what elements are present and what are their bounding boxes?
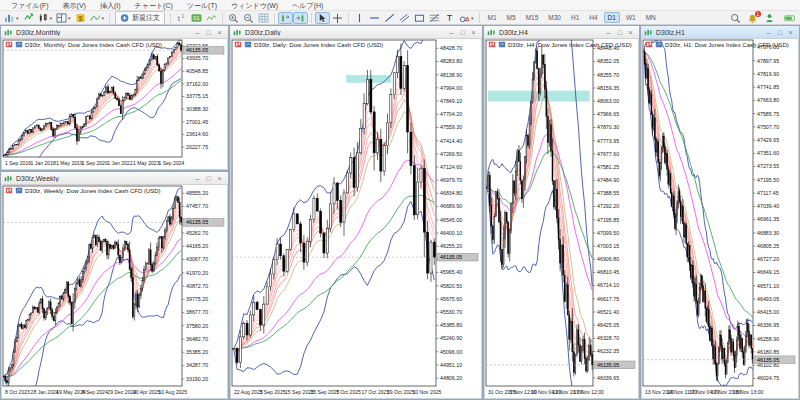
window-titlebar[interactable]: D30lz,Daily–□× xyxy=(230,26,482,39)
one-click-sell-icon[interactable] xyxy=(655,41,663,48)
one-click-buy-icon[interactable] xyxy=(5,41,13,48)
chart-shift-button[interactable] xyxy=(278,12,293,24)
window-maximize-button[interactable]: □ xyxy=(203,27,214,38)
window-titlebar[interactable]: D30lz,H1–□× xyxy=(641,26,799,39)
y-axis-label: 47414.40 xyxy=(440,138,462,144)
x-axis-label: 17 Oct 2025 xyxy=(362,389,390,395)
one-click-sell-icon[interactable] xyxy=(15,187,23,194)
new-order-button[interactable]: 新規注文 xyxy=(115,11,165,25)
search-icon xyxy=(730,13,741,23)
y-axis-label: 47273.55 xyxy=(757,163,779,169)
menu-file[interactable]: ファイル(F) xyxy=(4,0,56,11)
auto-scroll-button[interactable] xyxy=(293,12,308,24)
grid-button[interactable] xyxy=(256,12,271,24)
window-minimize-button[interactable]: – xyxy=(446,27,457,38)
fibonacci-button[interactable] xyxy=(427,12,442,24)
one-click-sell-icon[interactable] xyxy=(244,41,252,48)
trendline-button[interactable] xyxy=(382,12,397,24)
window-titlebar[interactable]: D30lz,H4–□× xyxy=(484,26,639,39)
window-close-button[interactable]: × xyxy=(214,27,225,38)
menu-insert[interactable]: 挿入(I) xyxy=(93,0,128,11)
price-chart-h4[interactable]: 48448.4048352.0548255.7048159.3548063.00… xyxy=(485,39,638,398)
y-axis-label: 47897.95 xyxy=(757,58,779,64)
y-axis-label: 47677.60 xyxy=(597,151,619,157)
grid-icon xyxy=(258,13,269,23)
search-button[interactable] xyxy=(728,12,743,24)
window-titlebar[interactable]: D30lz,Monthly–□× xyxy=(1,26,228,39)
chart-area[interactable]: 47976.0047897.9547819.9047741.8547663.80… xyxy=(642,39,798,398)
menu-window[interactable]: ウィンドウ(W) xyxy=(224,0,285,11)
vertical-line-button[interactable] xyxy=(352,12,367,24)
chart-type-button[interactable]: ▾ xyxy=(36,12,55,24)
window-close-button[interactable]: × xyxy=(214,173,225,184)
window-maximize-button[interactable]: □ xyxy=(614,27,625,38)
horizontal-line-button[interactable] xyxy=(367,12,382,24)
menu-tools[interactable]: ツール(T) xyxy=(180,0,224,11)
algo-trading-button[interactable]: t1 xyxy=(174,12,189,24)
timeframe-h1-button[interactable]: H1 xyxy=(567,12,583,23)
window-maximize-button[interactable]: □ xyxy=(457,27,468,38)
price-chart-monthly[interactable]: 47322.5543935.7040548.8537162.0033775.15… xyxy=(2,39,227,169)
window-titlebar[interactable]: D30lz,Weekly–□× xyxy=(1,172,228,185)
channel-button[interactable] xyxy=(397,12,412,24)
window-close-button[interactable]: × xyxy=(625,27,636,38)
one-click-buy-icon[interactable] xyxy=(234,41,242,48)
new-chart-button[interactable]: ▾ xyxy=(2,12,21,24)
menu-help[interactable]: ヘルプ(H) xyxy=(285,0,330,11)
indicators-icon xyxy=(90,13,101,23)
zoom-out-button[interactable] xyxy=(241,12,256,24)
text-button[interactable]: T xyxy=(442,12,457,24)
layout-button[interactable]: ▾ xyxy=(54,12,73,24)
price-chart-daily[interactable]: 48428.7048283.8048138.9047994.0047849.10… xyxy=(231,39,481,398)
y-axis-label: 46883.30 xyxy=(757,230,779,236)
one-click-buy-icon[interactable] xyxy=(5,187,13,194)
y-axis-label: 45240.90 xyxy=(440,335,462,341)
svg-text:$: $ xyxy=(78,13,82,22)
one-click-sell-icon[interactable] xyxy=(15,41,23,48)
timeframe-w1-button[interactable]: W1 xyxy=(622,12,640,23)
one-click-buy-icon[interactable] xyxy=(645,41,653,48)
window-minimize-button[interactable]: – xyxy=(603,27,614,38)
timeframe-m15-button[interactable]: M15 xyxy=(522,12,543,23)
person-button[interactable] xyxy=(762,12,777,24)
y-axis-label: 48159.35 xyxy=(597,85,619,91)
timeframe-m5-button[interactable]: M5 xyxy=(503,12,520,23)
shapes-button[interactable]: ▾ xyxy=(457,12,476,24)
chart-area[interactable]: 48448.4048352.0548255.7048159.3548063.00… xyxy=(485,39,638,398)
one-click-sell-icon[interactable] xyxy=(498,41,506,48)
timeframe-d1-button[interactable]: D1 xyxy=(604,12,620,23)
chart-area[interactable]: 47322.5543935.7040548.8537162.0033775.15… xyxy=(2,39,227,169)
lot-button[interactable]: 01 xyxy=(189,12,204,24)
window-minimize-button[interactable]: – xyxy=(192,27,203,38)
timeframe-m1-button[interactable]: M1 xyxy=(484,12,501,23)
x-axis-label: 3 Sep 2025 xyxy=(260,389,286,395)
timeframe-mn-button[interactable]: MN xyxy=(642,12,660,23)
window-minimize-button[interactable]: – xyxy=(192,173,203,184)
profiles-button[interactable] xyxy=(21,12,36,24)
window-chart-icon xyxy=(233,28,242,37)
price-chart-weekly[interactable]: 48555.2047457.7046360.2045262.7044165.20… xyxy=(2,185,227,398)
symbols-button[interactable]: $ xyxy=(73,12,88,24)
y-axis-label: 48255.70 xyxy=(597,72,619,78)
rectangle-button[interactable] xyxy=(412,12,427,24)
timeframe-m30-button[interactable]: M30 xyxy=(544,12,565,23)
chart-area[interactable]: 48428.7048283.8048138.9047994.0047849.10… xyxy=(231,39,481,398)
indicators-button[interactable]: ▾ xyxy=(88,12,107,24)
x-axis-label: 1 Jan 2022 xyxy=(107,160,132,166)
window-close-button[interactable]: × xyxy=(468,27,479,38)
chart-area[interactable]: 48555.2047457.7046360.2045262.7044165.20… xyxy=(2,185,227,398)
menu-charts[interactable]: チャート(C) xyxy=(128,0,180,11)
window-close-button[interactable]: × xyxy=(785,27,796,38)
notifications-button[interactable]: 1 xyxy=(747,13,758,24)
zoom-in-button[interactable] xyxy=(226,12,241,24)
menu-view[interactable]: 表示(V) xyxy=(56,0,93,11)
cursor-button[interactable] xyxy=(315,12,330,24)
timeframe-h4-button[interactable]: H4 xyxy=(585,12,601,23)
window-maximize-button[interactable]: □ xyxy=(203,173,214,184)
window-minimize-button[interactable]: – xyxy=(763,27,774,38)
window-maximize-button[interactable]: □ xyxy=(774,27,785,38)
one-click-buy-icon[interactable] xyxy=(488,41,496,48)
price-chart-h1[interactable]: 47976.0047897.9547819.9047741.8547663.80… xyxy=(642,39,798,398)
tick-chart-button[interactable] xyxy=(204,12,219,24)
crosshair-button[interactable] xyxy=(330,12,345,24)
